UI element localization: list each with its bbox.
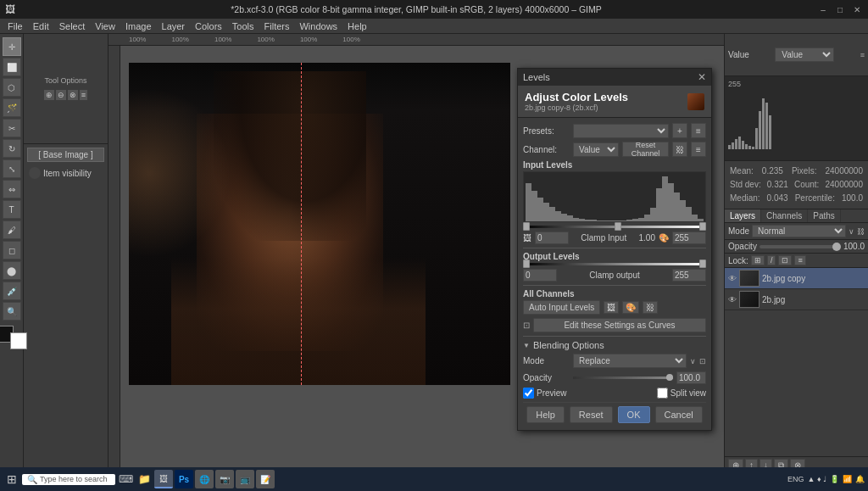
color-swatches[interactable] <box>0 326 27 349</box>
reset-button[interactable]: Reset <box>570 406 613 423</box>
taskbar-app-5[interactable]: 📺 <box>236 470 254 488</box>
taskbar-app-chrome[interactable]: 🌐 <box>195 470 214 488</box>
background-color[interactable] <box>10 332 27 349</box>
options-icon-2[interactable]: ⊖ <box>56 90 66 100</box>
base-image-button[interactable]: [ Base Image ] <box>27 148 104 162</box>
layer-eye-icon-orig[interactable]: 👁 <box>728 295 737 304</box>
chain-btn[interactable]: ⛓ <box>672 142 687 157</box>
menu-help[interactable]: Help <box>343 21 371 31</box>
tool-color-picker[interactable]: 💉 <box>3 282 21 300</box>
menu-select[interactable]: Select <box>55 21 90 31</box>
blend-chain-btn[interactable]: ∨ <box>690 357 696 365</box>
blend-opacity-slider[interactable] <box>573 377 673 379</box>
minimize-button[interactable]: – <box>817 3 829 15</box>
lock-pixel-btn[interactable]: ⊞ <box>751 255 765 265</box>
auto-icon-2[interactable]: 🎨 <box>622 301 639 314</box>
auto-input-levels-btn[interactable]: Auto Input Levels <box>523 300 600 315</box>
input-levels-slider[interactable] <box>523 226 706 228</box>
task-icon-2[interactable]: 📁 <box>136 473 153 485</box>
presets-add-btn[interactable]: + <box>672 123 687 138</box>
lock-all-btn[interactable]: ≡ <box>794 255 805 265</box>
presets-select[interactable] <box>573 124 669 138</box>
right-btn-1[interactable]: ≡ <box>860 51 865 59</box>
output-max-thumb[interactable] <box>699 259 706 268</box>
mode-chain-btn[interactable]: ⛓ <box>857 227 865 236</box>
auto-icon-1[interactable]: 🖼 <box>604 301 619 314</box>
menu-edit[interactable]: Edit <box>29 21 53 31</box>
help-button[interactable]: Help <box>526 406 565 423</box>
blend-settings-btn[interactable]: ⊡ <box>699 357 706 365</box>
input-mid-thumb[interactable] <box>615 222 621 231</box>
reset-channel-btn[interactable]: Reset Channel <box>622 142 669 157</box>
tool-move[interactable]: ✛ <box>3 37 21 56</box>
mode-select[interactable]: Normal Replace Multiply <box>752 225 846 237</box>
tool-paint[interactable]: 🖌 <box>3 220 21 239</box>
input-min-field[interactable] <box>535 232 569 244</box>
blend-opacity-field[interactable] <box>676 371 706 384</box>
tool-scale[interactable]: ⤡ <box>3 159 21 178</box>
split-view-checkbox[interactable] <box>657 388 668 399</box>
search-placeholder[interactable]: Type here to search <box>40 475 108 483</box>
tool-free-select[interactable]: ⬡ <box>3 78 21 97</box>
mode-extra-btn[interactable]: ∨ <box>849 227 854 236</box>
auto-icon-3[interactable]: ⛓ <box>643 301 658 314</box>
layer-item-copy[interactable]: 👁 2b.jpg copy <box>725 268 868 289</box>
dialog-close-button[interactable]: ✕ <box>698 71 706 83</box>
output-max-field[interactable] <box>672 269 706 282</box>
close-button[interactable]: ✕ <box>851 3 863 15</box>
lock-pos-btn[interactable]: ⊡ <box>778 255 792 265</box>
taskbar-app-6[interactable]: 📝 <box>256 470 275 488</box>
tool-rect-select[interactable]: ⬜ <box>3 58 21 76</box>
tool-bucket[interactable]: ⬤ <box>3 261 21 280</box>
tool-zoom[interactable]: 🔍 <box>3 302 21 321</box>
input-picker-icon[interactable]: 🖼 <box>523 233 531 243</box>
taskbar-search[interactable]: 🔍 Type here to search <box>22 474 115 485</box>
blending-collapse-arrow[interactable]: ▼ <box>523 342 530 349</box>
blend-opacity-thumb[interactable] <box>666 374 673 381</box>
input-max-thumb[interactable] <box>699 222 706 231</box>
maximize-button[interactable]: □ <box>834 3 846 15</box>
menu-windows[interactable]: Windows <box>295 21 342 31</box>
layer-eye-icon[interactable]: 👁 <box>728 274 737 283</box>
input-min-thumb[interactable] <box>523 222 530 231</box>
tool-eraser[interactable]: ◻ <box>3 241 21 259</box>
output-min-field[interactable] <box>523 269 557 282</box>
options-icon-4[interactable]: ≡ <box>80 90 87 100</box>
menu-file[interactable]: File <box>3 21 27 31</box>
edit-curves-btn[interactable]: Edit these Settings as Curves <box>533 318 706 332</box>
options-icon-3[interactable]: ⊗ <box>68 90 78 100</box>
task-icon-1[interactable]: ⌨ <box>117 473 135 485</box>
tool-fuzzy-select[interactable]: 🪄 <box>3 98 21 117</box>
menu-layer[interactable]: Layer <box>158 21 190 31</box>
menu-tools[interactable]: Tools <box>228 21 259 31</box>
value-dropdown[interactable]: Value Red Green Blue <box>775 47 834 62</box>
taskbar-app-gimp[interactable]: 🖼 <box>154 470 173 488</box>
channel-select[interactable]: Value Red Green Blue <box>573 142 619 157</box>
menu-colors[interactable]: Colors <box>191 21 226 31</box>
menu-view[interactable]: View <box>91 21 120 31</box>
blend-mode-select[interactable]: Replace Normal Multiply <box>573 354 687 368</box>
taskbar-app-photos[interactable]: 📷 <box>215 470 234 488</box>
ok-button[interactable]: OK <box>618 406 650 423</box>
tab-channels[interactable]: Channels <box>761 209 808 222</box>
taskbar-app-ps[interactable]: Ps <box>175 470 193 488</box>
menu-image[interactable]: Image <box>121 21 156 31</box>
options-icon-1[interactable]: ⊕ <box>44 90 54 100</box>
input-max-field[interactable] <box>672 232 706 244</box>
menu-filters[interactable]: Filters <box>260 21 294 31</box>
preview-checkbox[interactable] <box>523 388 534 399</box>
taskbar-notification[interactable]: 🔔 <box>855 475 865 483</box>
settings-btn[interactable]: ≡ <box>691 142 706 157</box>
item-visibility-row[interactable]: Item visibility <box>27 165 104 181</box>
tool-rotate[interactable]: ↻ <box>3 139 21 158</box>
cancel-button[interactable]: Cancel <box>655 406 703 423</box>
presets-menu-btn[interactable]: ≡ <box>691 123 706 138</box>
tab-layers[interactable]: Layers <box>725 209 761 222</box>
layer-item-orig[interactable]: 👁 2b.jpg <box>725 289 868 310</box>
input-picker2-icon[interactable]: 🎨 <box>659 233 669 243</box>
output-min-thumb[interactable] <box>523 259 530 268</box>
start-button[interactable]: ⊞ <box>3 471 20 488</box>
tool-crop[interactable]: ✂ <box>3 119 21 137</box>
tool-flip[interactable]: ⇔ <box>3 180 21 198</box>
opacity-slider[interactable] <box>760 245 841 248</box>
